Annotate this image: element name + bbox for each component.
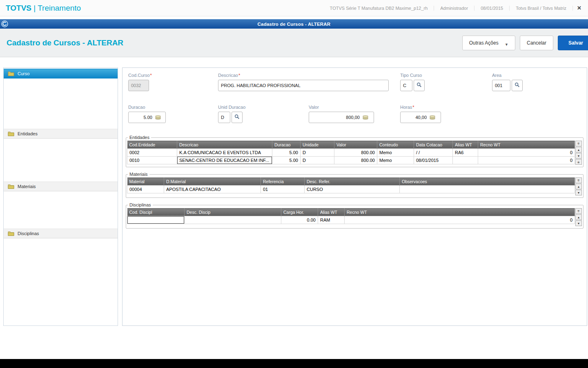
table-cell[interactable]: 0	[345, 216, 575, 224]
column-header[interactable]: Data Cotacao	[414, 141, 453, 149]
table-cell[interactable]	[127, 216, 185, 224]
horas-input[interactable]	[401, 112, 428, 122]
table-row[interactable]: 0002K.A COMUNICACAO E EVENTOS LTDA5.00D8…	[127, 149, 575, 157]
column-header[interactable]: Cod. Discipl	[127, 209, 185, 216]
column-header[interactable]: D.Material	[164, 178, 261, 186]
table-row[interactable]: 0010SENAC-CENTRO DE EDUCACAO EM INF...5.…	[127, 157, 575, 164]
cod-curso-input	[128, 80, 149, 91]
money-stack-icon[interactable]	[361, 115, 370, 120]
table-row[interactable]: 0.00RAM0	[127, 216, 575, 224]
sidebar-item-materiais[interactable]: Materiais	[4, 182, 118, 191]
tipo-curso-search-button[interactable]	[414, 80, 425, 91]
table-cell[interactable]: Memo	[377, 157, 414, 164]
scroll-top-icon[interactable]: ⇈	[575, 177, 582, 183]
sidebar-item-curso[interactable]: Curso	[4, 69, 118, 79]
descricao-input[interactable]	[218, 80, 389, 91]
column-header[interactable]: Valor	[334, 141, 377, 149]
column-header[interactable]: Alias WT	[453, 141, 478, 149]
column-header[interactable]: Observacoes	[400, 178, 575, 186]
table-cell[interactable]: 0002	[127, 149, 177, 157]
column-header[interactable]: Material	[127, 178, 164, 186]
table-cell[interactable]: D	[301, 157, 334, 164]
table-cell[interactable]: 08/01/2015	[414, 157, 453, 164]
valor-input[interactable]	[309, 112, 361, 122]
unid-duracao-input[interactable]	[218, 112, 230, 123]
cancelar-button[interactable]: Cancelar	[520, 36, 553, 50]
outras-acoes-button[interactable]: Outras Ações ▼	[462, 36, 515, 50]
table-cell[interactable]: RAM	[318, 216, 345, 224]
table-cell[interactable]: 5.00	[272, 149, 301, 157]
table-cell[interactable]: 800.00	[334, 149, 377, 157]
scroll-top-icon[interactable]: ⇈	[575, 208, 582, 214]
table-cell[interactable]: APOSTILA CAPACITACAO	[164, 186, 261, 193]
vertical-scrollbar: ⇈ ▲ ▼	[575, 177, 582, 196]
column-header[interactable]: Carga Hor.	[281, 209, 318, 216]
column-header[interactable]: Duracao	[272, 141, 301, 149]
table-cell[interactable]	[185, 216, 281, 224]
duracao-input[interactable]	[129, 112, 154, 122]
page-title: Cadastro de Cursos - ALTERAR	[7, 38, 123, 47]
money-stack-icon[interactable]	[428, 115, 437, 120]
table-row[interactable]: 00004APOSTILA CAPACITACAO01CURSO	[127, 186, 575, 193]
column-header[interactable]: Cod.Entidade	[127, 141, 177, 149]
table-cell[interactable]: CURSO	[305, 186, 400, 193]
scroll-bottom-icon[interactable]: ⇊	[575, 159, 582, 165]
required-marker: *	[412, 105, 414, 110]
column-header[interactable]: Referencia	[261, 178, 305, 186]
entidades-grid[interactable]: Cod.EntidadeDescricaoDuracaoUnidadeValor…	[127, 141, 575, 164]
table-cell[interactable]: 0	[478, 149, 575, 157]
column-header[interactable]: Alias WT	[318, 209, 345, 216]
company-label[interactable]: Totvs Brasil / Totvs Matriz	[510, 6, 573, 11]
sidebar-item-label: Entidades	[18, 131, 38, 136]
user-label[interactable]: Administrador	[434, 6, 474, 11]
table-cell[interactable]: RA6	[453, 149, 478, 157]
field-tipo-curso: Tipo Curso	[400, 73, 425, 91]
table-cell[interactable]: K.A COMUNICACAO E EVENTOS LTDA	[177, 149, 272, 157]
field-valor: Valor	[309, 105, 374, 123]
sidebar-item-disciplinas[interactable]: Disciplinas	[4, 229, 118, 238]
column-header[interactable]: Descricao	[177, 141, 272, 149]
close-icon[interactable]: ✕	[573, 5, 586, 11]
materiais-legend: Materiais	[128, 172, 149, 177]
column-header[interactable]: Desc. Discip	[185, 209, 281, 216]
scroll-up-icon[interactable]: ▲	[575, 214, 582, 220]
outras-acoes-label: Outras Ações	[469, 40, 499, 46]
entidades-group: Entidades Cod.EntidadeDescricaoDuracaoUn…	[126, 135, 584, 167]
tipo-curso-input[interactable]	[400, 80, 412, 91]
scroll-up-icon[interactable]: ▲	[575, 184, 582, 189]
money-stack-icon[interactable]	[154, 115, 162, 120]
salvar-button[interactable]: Salvar	[558, 36, 588, 50]
table-cell[interactable]: 800.00	[334, 157, 377, 164]
materiais-grid[interactable]: MaterialD.MaterialReferenciaDesc. Refer.…	[127, 177, 575, 193]
area-input[interactable]	[492, 80, 510, 91]
column-header[interactable]: Recno WT	[478, 141, 575, 149]
content-area: Curso Entidades Materiai	[0, 67, 588, 329]
sidebar-item-entidades[interactable]: Entidades	[4, 129, 118, 139]
unid-duracao-search-button[interactable]	[232, 112, 243, 123]
scroll-down-icon[interactable]: ▼	[575, 153, 582, 159]
table-cell[interactable]: / /	[414, 149, 453, 157]
scroll-top-icon[interactable]: ⇈	[575, 141, 582, 146]
table-cell[interactable]: 0	[478, 157, 575, 164]
table-cell[interactable]: 0.00	[281, 216, 318, 224]
area-search-button[interactable]	[512, 80, 523, 91]
column-header[interactable]: Recno WT	[345, 209, 575, 216]
table-cell[interactable]	[400, 186, 575, 193]
table-cell[interactable]: 01	[261, 186, 305, 193]
scroll-down-icon[interactable]: ▼	[575, 190, 582, 195]
table-cell[interactable]	[453, 157, 478, 164]
disciplinas-grid[interactable]: Cod. DisciplDesc. DiscipCarga Hor.Alias …	[127, 208, 575, 224]
scroll-down-icon[interactable]: ▼	[575, 220, 582, 226]
column-header[interactable]: Conteudo	[377, 141, 414, 149]
column-header[interactable]: Unidade	[301, 141, 334, 149]
table-cell[interactable]: SENAC-CENTRO DE EDUCACAO EM INF...	[177, 157, 272, 164]
scroll-up-icon[interactable]: ▲	[575, 147, 582, 153]
table-cell[interactable]: 0010	[127, 157, 177, 164]
column-header[interactable]: Desc. Refer.	[305, 178, 400, 186]
table-cell[interactable]: 5.00	[272, 157, 301, 164]
table-cell[interactable]: 00004	[127, 186, 164, 193]
table-cell[interactable]: D	[301, 149, 334, 157]
window-titlebar: Cadastro de Cursos - ALTERAR	[0, 19, 588, 29]
table-cell[interactable]: Memo	[377, 149, 414, 157]
search-icon	[514, 82, 520, 89]
